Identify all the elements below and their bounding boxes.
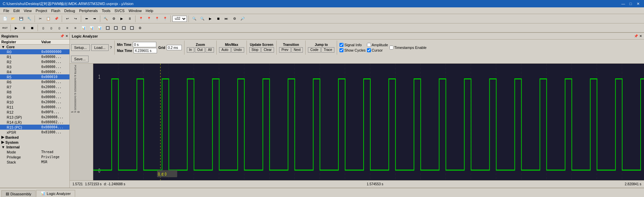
tb2-3[interactable]: ⏹	[29, 24, 36, 31]
tb2-reset[interactable]: RST	[1, 24, 9, 31]
tb-nav-fwd[interactable]: ➡	[91, 15, 98, 22]
menu-help[interactable]: Help	[144, 8, 155, 13]
la-jump-btns: Code Trace	[308, 47, 334, 53]
tb-settings[interactable]: ⚙	[231, 15, 238, 22]
tb-build2[interactable]: ⚙	[110, 15, 117, 22]
tb2-la9[interactable]: 🔲	[104, 24, 111, 31]
minimize-button[interactable]: —	[620, 1, 627, 7]
tb2-la1[interactable]: {}	[40, 24, 47, 31]
tb-open[interactable]: 📂	[9, 15, 17, 22]
la-stop-btn[interactable]: Stop	[249, 47, 261, 53]
la-code-btn[interactable]: Code	[308, 47, 321, 53]
tb2-la8[interactable]: 📊	[96, 24, 103, 31]
la-clear-btn[interactable]: Clear	[261, 47, 274, 53]
menu-peripherals[interactable]: Peripherals	[77, 8, 100, 13]
tb-debug1[interactable]: 📍	[137, 15, 145, 22]
menu-window[interactable]: Window	[126, 8, 144, 13]
tb-debug2[interactable]: 📍	[145, 15, 153, 22]
tb2-la7[interactable]: 📊	[88, 24, 95, 31]
menu-edit[interactable]: Edit	[11, 8, 22, 13]
la-zoom-in[interactable]: In	[187, 47, 194, 53]
tb-step[interactable]: ⏭	[223, 15, 230, 22]
la-close[interactable]: ✕	[639, 34, 642, 38]
tb2-la4[interactable]: ≡	[64, 24, 71, 31]
la-maxtime-input[interactable]	[133, 48, 157, 53]
tb-debug3[interactable]: 📍	[153, 15, 161, 22]
tb2-la5[interactable]: ≡	[72, 24, 79, 31]
menu-debug[interactable]: Debug	[62, 8, 77, 13]
tb-zoom2[interactable]: 🔍	[199, 15, 206, 22]
menu-file[interactable]: File	[1, 8, 11, 13]
tb-copy[interactable]: 📋	[45, 15, 52, 22]
menu-svcs[interactable]: SVCS	[112, 8, 126, 13]
waveform-draw[interactable]: 1 0 0, d: 0	[93, 64, 644, 180]
timestamps-checkbox[interactable]	[389, 46, 393, 50]
show-cycles-checkbox[interactable]	[339, 48, 343, 52]
tb2-la12[interactable]: 🔲	[128, 24, 136, 31]
la-prev-btn[interactable]: Prev	[279, 47, 291, 53]
tb-nav-back[interactable]: ⬅	[83, 15, 90, 22]
registers-pin[interactable]: 📌	[60, 34, 64, 38]
registers-close[interactable]: ✕	[65, 34, 68, 38]
la-save-btn[interactable]: Save...	[71, 56, 89, 62]
la-div1	[114, 41, 115, 55]
la-next-btn[interactable]: Next	[291, 47, 303, 53]
tab-disassembly[interactable]: ▤ Disassembly	[1, 190, 36, 197]
tb-stop[interactable]: ⏹	[215, 15, 222, 22]
tb-build3[interactable]: ▶	[118, 15, 125, 22]
tb2-la10[interactable]: 🔲	[112, 24, 119, 31]
tb-undo[interactable]: ↩	[64, 15, 71, 22]
la-timestamps-check[interactable]: Timestamps Enable	[389, 46, 427, 50]
group-banked[interactable]: ▶ Banked	[0, 135, 69, 140]
la-mintime-input[interactable]	[133, 42, 156, 47]
menu-project[interactable]: Project	[34, 8, 49, 13]
menu-flash[interactable]: Flash	[49, 8, 62, 13]
tb-zoom1[interactable]: 🔍	[191, 15, 198, 22]
tb-build4[interactable]: ⏸	[126, 15, 133, 22]
amplitude-checkbox[interactable]	[367, 43, 371, 47]
cursor-checkbox[interactable]	[367, 48, 371, 52]
group-system[interactable]: ▶ System	[0, 140, 69, 145]
menu-tools[interactable]: Tools	[100, 8, 113, 13]
banked-expand-icon: ▶	[1, 135, 4, 139]
close-button[interactable]: ✕	[635, 1, 641, 7]
tb2-la3[interactable]: {}	[56, 24, 63, 31]
tb2-la11[interactable]: 🔲	[120, 24, 127, 31]
la-load-btn[interactable]: Load...	[91, 44, 109, 51]
group-core[interactable]: ▼ Core	[0, 45, 69, 49]
la-setup-btn[interactable]: Setup...	[71, 44, 90, 51]
la-grid-input[interactable]	[167, 45, 182, 50]
maximize-button[interactable]: □	[627, 1, 634, 7]
tb2-la13[interactable]: ⚙	[136, 24, 144, 31]
tb2-la2[interactable]: {}	[48, 24, 55, 31]
tb2-2[interactable]: ⏸	[20, 24, 28, 31]
la-amplitude-check[interactable]: Amplitude	[367, 43, 388, 47]
tb-search[interactable]: 🔎	[239, 15, 246, 22]
la-auto-btn[interactable]: Auto	[219, 47, 231, 53]
tb2-1[interactable]: ▶	[12, 24, 20, 31]
tb-save2[interactable]: 🔧	[25, 15, 33, 22]
la-cursor-check[interactable]: Cursor	[367, 48, 388, 52]
tb2-la6[interactable]: 📊	[80, 24, 87, 31]
la-undo-btn[interactable]: Undo	[231, 47, 244, 53]
la-show-cycles-check[interactable]: Show Cycles	[339, 48, 366, 52]
tb-cut[interactable]: ✂	[37, 15, 44, 22]
la-zoom-out[interactable]: Out	[195, 47, 205, 53]
tb-redo[interactable]: ↪	[72, 15, 79, 22]
la-signal-info-check[interactable]: Signal Info	[339, 43, 366, 47]
tb-new[interactable]: 📄	[1, 15, 9, 22]
signal-info-checkbox[interactable]	[339, 43, 343, 47]
target-combo[interactable]: u32	[172, 16, 187, 22]
la-zoom-all[interactable]: All	[206, 47, 214, 53]
tb-run[interactable]: ▶	[207, 15, 214, 22]
group-internal[interactable]: ▼ Internal	[0, 145, 69, 149]
tb-save[interactable]: 💾	[17, 15, 25, 22]
la-trace-btn[interactable]: Trace	[321, 47, 334, 53]
tab-logic-analyzer[interactable]: 📊 Logic Analyzer	[36, 190, 75, 197]
tb-paste[interactable]: 📌	[53, 15, 60, 22]
tb-build[interactable]: 🔨	[102, 15, 109, 22]
col-register: Register	[1, 40, 41, 44]
tb-debug4[interactable]: 📍	[161, 15, 169, 22]
la-pin[interactable]: 📌	[634, 34, 638, 38]
menu-view[interactable]: View	[22, 8, 34, 13]
